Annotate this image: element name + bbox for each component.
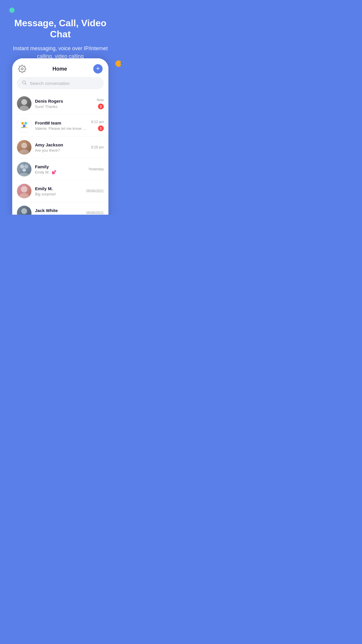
- list-item[interactable]: Denis Rogers Sure! Thanks Now 2: [12, 93, 108, 115]
- conversation-name: Amy Jackson: [35, 142, 88, 147]
- conversation-content: Jack White Done: [35, 208, 83, 215]
- svg-point-12: [22, 168, 26, 172]
- decorative-dot-teal: [9, 8, 15, 13]
- conversation-time: 05/06/2021: [86, 189, 104, 193]
- svg-point-5: [21, 122, 24, 125]
- add-button[interactable]: +: [93, 64, 103, 74]
- svg-point-11: [24, 164, 28, 169]
- conversation-content: FrontM team Valerie: Please let me know …: [35, 120, 88, 131]
- conversation-preview: Emily M.: 💕: [35, 170, 85, 174]
- avatar: [17, 206, 31, 215]
- conversation-name: Emily M.: [35, 186, 83, 191]
- conversation-time: 9:12 am: [91, 120, 104, 124]
- svg-point-10: [20, 164, 24, 169]
- list-item[interactable]: Jack White Done 05/06/2021: [12, 202, 108, 215]
- conversation-meta: Now 2: [97, 98, 104, 109]
- svg-point-13: [19, 173, 29, 176]
- list-item[interactable]: Amy Jackson Are you there? 8:29 am: [12, 136, 108, 158]
- app-header: Home +: [12, 58, 108, 77]
- list-item[interactable]: Emily M. Big surprise! 05/06/2021: [12, 180, 108, 202]
- conversation-preview: Done: [35, 214, 83, 215]
- svg-point-16: [21, 208, 27, 214]
- app-screen: Home + Search conversation: [12, 58, 108, 215]
- unread-badge: 1: [98, 125, 104, 131]
- conversation-meta: 05/06/2021: [86, 211, 104, 215]
- conversation-preview: Big surprise!: [35, 192, 83, 196]
- app-title: Home: [52, 66, 67, 72]
- list-item[interactable]: Family Emily M.: 💕 Yesterday: [12, 158, 108, 180]
- avatar: [17, 96, 31, 111]
- conversation-list: Denis Rogers Sure! Thanks Now 2: [12, 93, 108, 215]
- conversation-name: Denis Rogers: [35, 99, 93, 104]
- conversation-meta: Yesterday: [88, 167, 104, 171]
- hero-subtitle: Instant messaging, voice over IP/interne…: [12, 45, 109, 60]
- conversation-preview: Sure! Thanks: [35, 104, 93, 109]
- svg-point-1: [22, 81, 26, 84]
- settings-icon[interactable]: [18, 65, 26, 73]
- svg-point-4: [20, 106, 29, 111]
- conversation-preview: Are you there?: [35, 148, 88, 153]
- search-icon: [22, 80, 27, 86]
- svg-point-8: [21, 143, 27, 148]
- hero-title: Message, Call, Video Chat: [12, 18, 109, 40]
- avatar: [17, 118, 31, 133]
- conversation-content: Amy Jackson Are you there?: [35, 142, 88, 153]
- avatar: [17, 162, 31, 176]
- svg-point-15: [20, 193, 29, 198]
- conversation-time: Now: [97, 98, 104, 102]
- conversation-meta: 9:12 am 1: [91, 120, 104, 131]
- conversation-meta: 05/06/2021: [86, 189, 104, 193]
- conversation-content: Family Emily M.: 💕: [35, 164, 85, 174]
- svg-point-3: [21, 99, 27, 105]
- svg-point-14: [21, 186, 27, 192]
- add-icon: +: [96, 65, 100, 72]
- conversation-preview: Valerie: Please let me know what time...: [35, 126, 88, 131]
- avatar: [17, 184, 31, 198]
- conversation-name: Family: [35, 164, 85, 169]
- conversation-name: Jack White: [35, 208, 83, 213]
- avatar: [17, 140, 31, 155]
- conversation-content: Emily M. Big surprise!: [35, 186, 83, 196]
- conversation-content: Denis Rogers Sure! Thanks: [35, 99, 93, 109]
- conversation-time: Yesterday: [88, 167, 104, 171]
- phone-mockup: Home + Search conversation: [12, 58, 108, 215]
- svg-point-0: [21, 68, 23, 70]
- decorative-dot-orange: [115, 60, 121, 67]
- conversation-time: 05/06/2021: [86, 211, 104, 215]
- conversation-meta: 8:29 am: [91, 145, 104, 149]
- search-placeholder: Search conversation: [30, 81, 70, 86]
- svg-point-6: [24, 122, 27, 125]
- list-item[interactable]: FrontM team Valerie: Please let me know …: [12, 115, 108, 136]
- search-bar[interactable]: Search conversation: [17, 77, 104, 89]
- svg-point-9: [20, 149, 29, 155]
- svg-line-2: [25, 83, 26, 85]
- unread-badge: 2: [98, 104, 104, 109]
- conversation-time: 8:29 am: [91, 145, 104, 149]
- conversation-name: FrontM team: [35, 120, 88, 125]
